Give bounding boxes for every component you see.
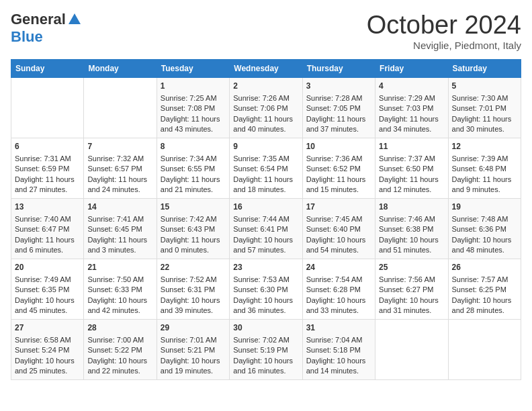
sunset-text: Sunset: 6:40 PM bbox=[306, 225, 361, 233]
month-title: October 2024 bbox=[367, 11, 521, 40]
sunrise-text: Sunrise: 7:39 AM bbox=[452, 154, 508, 163]
weekday-header-saturday: Saturday bbox=[448, 60, 521, 78]
logo-blue-text: Blue bbox=[11, 28, 43, 45]
day-number: 3 bbox=[306, 81, 371, 92]
day-number: 15 bbox=[161, 201, 226, 213]
weekday-header-monday: Monday bbox=[84, 60, 157, 78]
svg-marker-0 bbox=[69, 13, 81, 24]
sunset-text: Sunset: 5:24 PM bbox=[15, 346, 69, 354]
sunrise-text: Sunrise: 7:35 AM bbox=[233, 154, 290, 163]
sunrise-text: Sunrise: 7:45 AM bbox=[306, 215, 363, 223]
calendar-cell: 12Sunrise: 7:39 AMSunset: 6:48 PMDayligh… bbox=[448, 138, 521, 199]
sunset-text: Sunset: 7:06 PM bbox=[233, 104, 287, 112]
sunrise-text: Sunrise: 7:56 AM bbox=[379, 275, 435, 283]
weekday-header-friday: Friday bbox=[375, 60, 448, 78]
week-row-4: 20Sunrise: 7:49 AMSunset: 6:35 PMDayligh… bbox=[11, 259, 521, 320]
sunset-text: Sunset: 6:50 PM bbox=[379, 165, 433, 173]
sunset-text: Sunset: 6:48 PM bbox=[452, 165, 506, 173]
calendar-cell: 27Sunrise: 6:58 AMSunset: 5:24 PMDayligh… bbox=[11, 320, 84, 380]
calendar-cell: 21Sunrise: 7:50 AMSunset: 6:33 PMDayligh… bbox=[84, 259, 157, 320]
day-number: 11 bbox=[379, 141, 444, 152]
sunrise-text: Sunrise: 7:25 AM bbox=[161, 94, 217, 102]
sunset-text: Sunset: 5:18 PM bbox=[306, 346, 361, 354]
calendar-cell: 15Sunrise: 7:42 AMSunset: 6:43 PMDayligh… bbox=[157, 199, 229, 259]
calendar-cell: 30Sunrise: 7:02 AMSunset: 5:19 PMDayligh… bbox=[230, 320, 302, 380]
daylight-text: Daylight: 10 hours and 28 minutes. bbox=[452, 296, 512, 314]
sunset-text: Sunset: 6:27 PM bbox=[379, 285, 433, 293]
calendar-cell: 29Sunrise: 7:01 AMSunset: 5:21 PMDayligh… bbox=[157, 320, 229, 380]
calendar-cell: 24Sunrise: 7:54 AMSunset: 6:28 PMDayligh… bbox=[302, 259, 375, 320]
daylight-text: Daylight: 11 hours and 40 minutes. bbox=[233, 115, 293, 133]
day-number: 25 bbox=[379, 262, 444, 273]
sunset-text: Sunset: 6:57 PM bbox=[87, 165, 142, 173]
sunset-text: Sunset: 6:28 PM bbox=[306, 285, 361, 293]
sunrise-text: Sunrise: 7:41 AM bbox=[87, 215, 144, 223]
weekday-header-wednesday: Wednesday bbox=[230, 60, 302, 78]
sunset-text: Sunset: 6:35 PM bbox=[15, 285, 69, 293]
sunrise-text: Sunrise: 7:31 AM bbox=[15, 154, 71, 163]
day-number: 31 bbox=[306, 322, 371, 334]
sunrise-text: Sunrise: 7:40 AM bbox=[15, 215, 71, 223]
daylight-text: Daylight: 11 hours and 24 minutes. bbox=[87, 175, 147, 193]
sunset-text: Sunset: 6:30 PM bbox=[233, 285, 287, 293]
calendar-cell: 2Sunrise: 7:26 AMSunset: 7:06 PMDaylight… bbox=[230, 78, 302, 138]
sunrise-text: Sunrise: 7:36 AM bbox=[306, 154, 363, 163]
daylight-text: Daylight: 11 hours and 12 minutes. bbox=[379, 175, 439, 193]
logo-triangle-icon bbox=[67, 12, 82, 26]
day-number: 10 bbox=[306, 141, 371, 152]
daylight-text: Daylight: 10 hours and 54 minutes. bbox=[306, 236, 366, 254]
calendar-cell: 3Sunrise: 7:28 AMSunset: 7:05 PMDaylight… bbox=[302, 78, 375, 138]
calendar-cell: 25Sunrise: 7:56 AMSunset: 6:27 PMDayligh… bbox=[375, 259, 448, 320]
sunrise-text: Sunrise: 7:26 AM bbox=[233, 94, 290, 102]
calendar-cell: 31Sunrise: 7:04 AMSunset: 5:18 PMDayligh… bbox=[302, 320, 375, 380]
sunrise-text: Sunrise: 7:02 AM bbox=[233, 336, 290, 344]
calendar-cell: 20Sunrise: 7:49 AMSunset: 6:35 PMDayligh… bbox=[11, 259, 84, 320]
day-number: 18 bbox=[379, 201, 444, 213]
logo-general-text: General bbox=[11, 11, 66, 28]
calendar-cell: 6Sunrise: 7:31 AMSunset: 6:59 PMDaylight… bbox=[11, 138, 84, 199]
sunrise-text: Sunrise: 7:57 AM bbox=[452, 275, 508, 283]
daylight-text: Daylight: 10 hours and 14 minutes. bbox=[306, 357, 366, 375]
day-number: 23 bbox=[233, 262, 298, 273]
sunrise-text: Sunrise: 7:00 AM bbox=[87, 336, 144, 344]
day-number: 27 bbox=[15, 322, 80, 334]
daylight-text: Daylight: 10 hours and 48 minutes. bbox=[452, 236, 512, 254]
sunset-text: Sunset: 6:31 PM bbox=[161, 285, 215, 293]
week-row-2: 6Sunrise: 7:31 AMSunset: 6:59 PMDaylight… bbox=[11, 138, 521, 199]
calendar-cell: 13Sunrise: 7:40 AMSunset: 6:47 PMDayligh… bbox=[11, 199, 84, 259]
sunrise-text: Sunrise: 7:37 AM bbox=[379, 154, 435, 163]
daylight-text: Daylight: 10 hours and 36 minutes. bbox=[233, 296, 293, 314]
daylight-text: Daylight: 10 hours and 16 minutes. bbox=[233, 357, 293, 375]
sunrise-text: Sunrise: 7:29 AM bbox=[379, 94, 435, 102]
calendar-cell: 16Sunrise: 7:44 AMSunset: 6:41 PMDayligh… bbox=[230, 199, 302, 259]
daylight-text: Daylight: 11 hours and 6 minutes. bbox=[15, 236, 75, 254]
sunset-text: Sunset: 6:47 PM bbox=[15, 225, 69, 233]
calendar-cell: 8Sunrise: 7:34 AMSunset: 6:55 PMDaylight… bbox=[157, 138, 229, 199]
sunrise-text: Sunrise: 7:46 AM bbox=[379, 215, 435, 223]
sunrise-text: Sunrise: 7:30 AM bbox=[452, 94, 508, 102]
day-number: 2 bbox=[233, 81, 298, 92]
calendar-cell: 7Sunrise: 7:32 AMSunset: 6:57 PMDaylight… bbox=[84, 138, 157, 199]
title-block: October 2024 Neviglie, Piedmont, Italy bbox=[367, 11, 521, 51]
location-title: Neviglie, Piedmont, Italy bbox=[367, 40, 521, 51]
calendar-cell bbox=[448, 320, 521, 380]
day-number: 13 bbox=[15, 201, 80, 213]
day-number: 12 bbox=[452, 141, 517, 152]
sunset-text: Sunset: 6:43 PM bbox=[161, 225, 215, 233]
day-number: 6 bbox=[15, 141, 80, 152]
daylight-text: Daylight: 10 hours and 31 minutes. bbox=[379, 296, 439, 314]
daylight-text: Daylight: 10 hours and 51 minutes. bbox=[379, 236, 439, 254]
sunrise-text: Sunrise: 7:44 AM bbox=[233, 215, 290, 223]
daylight-text: Daylight: 11 hours and 43 minutes. bbox=[161, 115, 220, 133]
daylight-text: Daylight: 11 hours and 3 minutes. bbox=[87, 236, 147, 254]
daylight-text: Daylight: 10 hours and 42 minutes. bbox=[87, 296, 147, 314]
day-number: 14 bbox=[87, 201, 152, 213]
daylight-text: Daylight: 11 hours and 37 minutes. bbox=[306, 115, 366, 133]
day-number: 1 bbox=[161, 81, 226, 92]
day-number: 16 bbox=[233, 201, 298, 213]
daylight-text: Daylight: 10 hours and 39 minutes. bbox=[161, 296, 220, 314]
day-number: 30 bbox=[233, 322, 298, 334]
sunset-text: Sunset: 5:22 PM bbox=[87, 346, 142, 354]
sunrise-text: Sunrise: 7:01 AM bbox=[161, 336, 217, 344]
weekday-header-thursday: Thursday bbox=[302, 60, 375, 78]
